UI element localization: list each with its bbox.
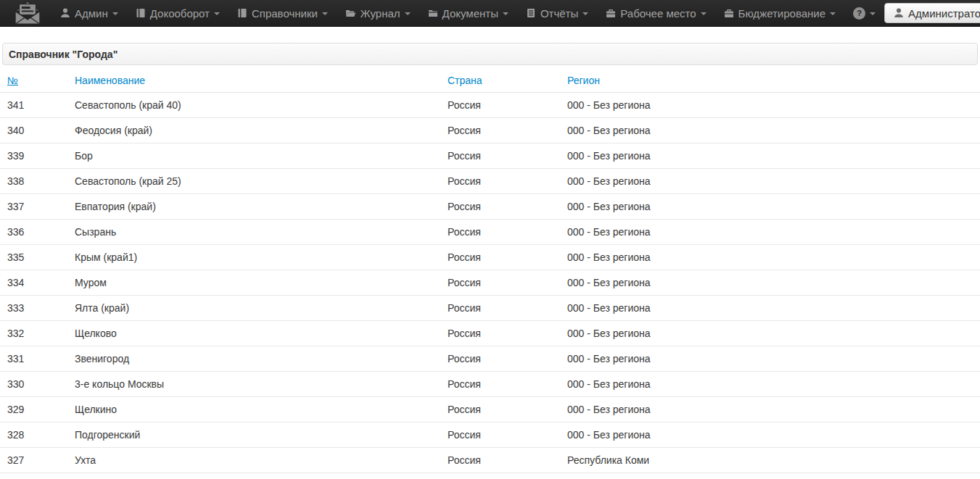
nav-item-workplace[interactable]: Рабочее место: [597, 0, 715, 27]
column-header-name[interactable]: Наименование: [67, 69, 440, 92]
nav-item-directories[interactable]: Справочники: [228, 0, 337, 27]
table-row[interactable]: 335 Крым (край1) Россия 000 - Без регион…: [0, 244, 980, 270]
book-icon: [237, 8, 247, 18]
current-user-button[interactable]: Администратор: [884, 3, 980, 23]
cell-region: 000 - Без региона: [560, 422, 980, 447]
nav-item-label: Журнал: [361, 7, 400, 20]
cell-num: 337: [0, 193, 67, 219]
cell-region: 000 - Без региона: [560, 371, 980, 396]
table-row[interactable]: 329 Щелкино Россия 000 - Без региона: [0, 396, 980, 422]
cell-country: Россия: [440, 117, 560, 143]
table-row[interactable]: 328 Подгоренский Россия 000 - Без регион…: [0, 422, 980, 447]
nav-item-documents[interactable]: Документы: [419, 0, 517, 27]
cell-region: 000 - Без региона: [560, 396, 980, 422]
table-row[interactable]: 334 Муром Россия 000 - Без региона: [0, 270, 980, 295]
panel-header: Справочник "Города": [2, 43, 978, 65]
cell-name: Щелкино: [67, 396, 440, 422]
nav-item-docflow[interactable]: Докооборот: [127, 0, 228, 27]
table-row[interactable]: 331 Звенигород Россия 000 - Без региона: [0, 346, 980, 371]
cell-country: Россия: [440, 92, 560, 117]
cell-country: Россия: [440, 371, 560, 396]
table-header-row: № Наименование Страна Регион: [0, 69, 980, 92]
table-row[interactable]: 333 Ялта (край) Россия 000 - Без региона: [0, 295, 980, 320]
chevron-down-icon: [214, 12, 220, 15]
table-row[interactable]: 332 Щелково Россия 000 - Без региона: [0, 320, 980, 346]
nav-item-label: Рабочее место: [620, 7, 696, 20]
nav-item-admin[interactable]: Админ: [52, 0, 127, 27]
cell-country: Россия: [440, 219, 560, 244]
folder-icon: [428, 8, 438, 18]
table-row[interactable]: 336 Сызрань Россия 000 - Без региона: [0, 219, 980, 244]
nav-item-label: Отчёты: [540, 7, 578, 20]
cell-name: Звенигород: [67, 346, 440, 371]
cell-region: 000 - Без региона: [560, 117, 980, 143]
nav-item-label: Бюджетирование: [738, 7, 825, 20]
cell-region: 000 - Без региона: [560, 295, 980, 320]
table-row[interactable]: 338 Севастополь (край 25) Россия 000 - Б…: [0, 168, 980, 193]
page-title: Справочник "Города": [9, 49, 118, 60]
top-navbar: Админ Докооборот Справочники Журнал Доку…: [0, 0, 980, 27]
cell-country: Россия: [440, 295, 560, 320]
chevron-down-icon: [322, 12, 328, 15]
table-row[interactable]: 339 Бор Россия 000 - Без региона: [0, 143, 980, 168]
chevron-down-icon: [503, 12, 508, 15]
cell-country: Россия: [440, 244, 560, 270]
cell-num: 340: [0, 117, 67, 143]
cell-region: 000 - Без региона: [560, 320, 980, 346]
cell-country: Россия: [440, 447, 560, 472]
table-row[interactable]: 340 Феодосия (край) Россия 000 - Без рег…: [0, 117, 980, 143]
cell-region: 000 - Без региона: [560, 219, 980, 244]
cell-num: 332: [0, 320, 67, 346]
nav-item-journal[interactable]: Журнал: [337, 0, 419, 27]
cell-country: Россия: [440, 320, 560, 346]
cell-num: 329: [0, 396, 67, 422]
book-icon: [136, 8, 146, 18]
nav-item-label: Справочники: [252, 7, 318, 20]
briefcase-icon: [606, 8, 616, 18]
column-header-country[interactable]: Страна: [440, 69, 560, 92]
cell-name: Подгоренский: [67, 422, 440, 447]
envelope-logo-icon: [12, 1, 43, 25]
cell-country: Россия: [440, 422, 560, 447]
cell-num: 338: [0, 168, 67, 193]
chevron-down-icon: [582, 12, 588, 15]
cell-name: Евпатория (край): [67, 193, 440, 219]
column-header-num[interactable]: №: [0, 69, 67, 92]
cell-region: 000 - Без региона: [560, 92, 980, 117]
user-icon: [894, 8, 904, 18]
cell-name: Севастополь (край 25): [67, 168, 440, 193]
briefcase-icon: [724, 8, 734, 18]
app-logo[interactable]: [12, 1, 43, 25]
nav-item-label: Документы: [442, 7, 498, 20]
table-row[interactable]: 330 3-е кольцо Москвы Россия 000 - Без р…: [0, 371, 980, 396]
chevron-down-icon: [870, 12, 876, 15]
nav-item-help[interactable]: ?: [844, 0, 884, 27]
table-row[interactable]: 327 Ухта Россия Республика Коми: [0, 447, 980, 472]
navbar-right: Администратор: [884, 3, 980, 23]
cell-region: Республика Коми: [560, 447, 980, 472]
cell-num: 335: [0, 244, 67, 270]
cell-num: 327: [0, 447, 67, 472]
cell-name: Крым (край1): [67, 244, 440, 270]
cell-num: 334: [0, 270, 67, 295]
cell-name: 3-е кольцо Москвы: [67, 371, 440, 396]
cell-name: Ялта (край): [67, 295, 440, 320]
chevron-down-icon: [701, 12, 707, 15]
cities-table: № Наименование Страна Регион 341 Севасто…: [0, 69, 980, 473]
table-row[interactable]: 341 Севастополь (край 40) Россия 000 - Б…: [0, 92, 980, 117]
cell-region: 000 - Без региона: [560, 244, 980, 270]
column-header-region[interactable]: Регион: [560, 69, 980, 92]
nav-item-label: Админ: [75, 7, 108, 20]
cell-num: 341: [0, 92, 67, 117]
cell-name: Севастополь (край 40): [67, 92, 440, 117]
cell-region: 000 - Без региона: [560, 143, 980, 168]
cell-country: Россия: [440, 396, 560, 422]
nav-item-reports[interactable]: Отчёты: [517, 0, 597, 27]
nav-item-budgeting[interactable]: Бюджетирование: [715, 0, 844, 27]
cell-name: Ухта: [67, 447, 440, 472]
cell-country: Россия: [440, 143, 560, 168]
list-icon: [526, 8, 536, 18]
chevron-down-icon: [405, 12, 411, 15]
chevron-down-icon: [112, 12, 118, 15]
table-row[interactable]: 337 Евпатория (край) Россия 000 - Без ре…: [0, 193, 980, 219]
